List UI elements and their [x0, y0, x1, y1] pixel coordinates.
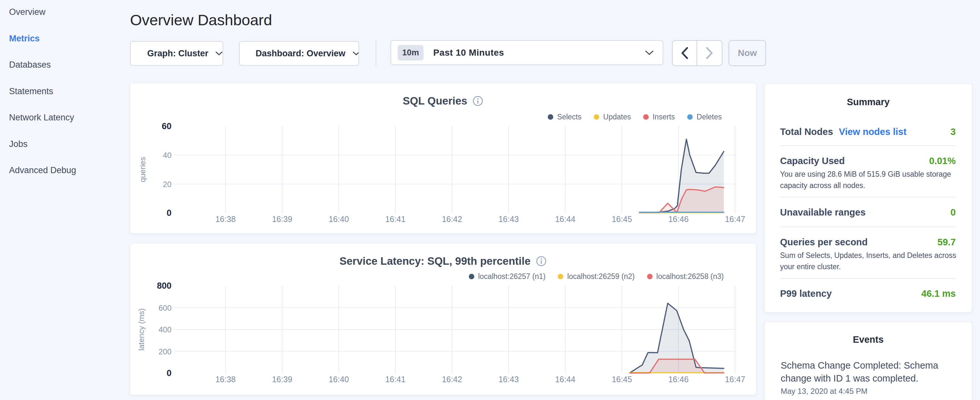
summary-divider	[780, 278, 956, 279]
summary-row-label: Unavailable ranges	[780, 207, 865, 218]
svg-text:16:45: 16:45	[612, 215, 632, 224]
sidebar-item-overview[interactable]: Overview	[9, 0, 76, 25]
sidebar-item-statements[interactable]: Statements	[9, 78, 76, 105]
svg-text:16:38: 16:38	[215, 375, 236, 384]
svg-text:0: 0	[167, 368, 172, 378]
sql-queries-chart: 16:3816:3916:4016:4116:4216:4316:4416:45…	[130, 83, 756, 234]
svg-text:16:44: 16:44	[555, 215, 576, 224]
sidebar: Overview Metrics Databases Statements Ne…	[9, 0, 76, 184]
svg-text:16:43: 16:43	[499, 215, 519, 224]
svg-text:latency (ms): latency (ms)	[137, 308, 146, 351]
svg-text:400: 400	[159, 325, 172, 334]
toolbar-divider	[375, 40, 376, 66]
sidebar-item-metrics[interactable]: Metrics	[9, 25, 76, 52]
svg-text:16:39: 16:39	[272, 215, 293, 224]
summary-row-label: P99 latency	[780, 288, 832, 299]
chevron-down-icon	[353, 51, 358, 56]
summary-row-qps: Queries per second 59.7	[780, 236, 956, 248]
time-step-buttons	[672, 40, 722, 66]
dashboard-dropdown-label: Dashboard: Overview	[256, 49, 345, 59]
svg-text:16:41: 16:41	[385, 375, 406, 384]
svg-text:16:40: 16:40	[329, 375, 349, 384]
summary-row-value: 3	[951, 126, 956, 137]
summary-row-unavailable-ranges: Unavailable ranges 0	[780, 207, 956, 218]
summary-row-label: Queries per second	[780, 237, 868, 247]
svg-text:queries: queries	[138, 157, 147, 183]
now-button[interactable]: Now	[729, 40, 766, 66]
events-title: Events	[765, 334, 972, 345]
summary-row-value: 0.01%	[929, 156, 956, 166]
summary-row-total-nodes: Total Nodes View nodes list 3	[780, 126, 956, 137]
svg-text:200: 200	[159, 347, 172, 356]
svg-text:60: 60	[162, 121, 172, 131]
svg-text:16:46: 16:46	[668, 375, 689, 384]
time-range-dropdown[interactable]: 10m Past 10 Minutes	[390, 40, 663, 65]
chevron-left-icon	[681, 47, 689, 59]
time-window-label: Past 10 Minutes	[433, 48, 504, 58]
dashboard-dropdown[interactable]: Dashboard: Overview	[239, 41, 359, 66]
sidebar-item-advanced-debug[interactable]: Advanced Debug	[9, 157, 76, 184]
time-back-button[interactable]	[673, 41, 697, 65]
summary-row-label: Total Nodes	[780, 126, 833, 137]
svg-text:16:46: 16:46	[668, 215, 689, 224]
svg-text:16:38: 16:38	[215, 215, 236, 224]
svg-text:16:43: 16:43	[499, 375, 519, 384]
sidebar-item-jobs[interactable]: Jobs	[9, 131, 76, 158]
summary-divider	[780, 145, 956, 146]
summary-row-p99: P99 latency 46.1 ms	[780, 288, 956, 300]
summary-divider	[780, 226, 956, 227]
event-message[interactable]: Schema Change Completed: Schema change w…	[781, 359, 957, 385]
svg-text:16:44: 16:44	[555, 375, 576, 384]
svg-text:16:42: 16:42	[442, 215, 462, 224]
svg-text:0: 0	[167, 208, 172, 218]
events-panel: Events Schema Change Completed: Schema c…	[764, 322, 972, 400]
svg-text:16:42: 16:42	[442, 375, 462, 384]
graph-scope-label: Graph: Cluster	[147, 49, 208, 59]
svg-text:16:41: 16:41	[385, 215, 406, 224]
time-window-badge: 10m	[398, 45, 423, 61]
summary-row-value: 0	[951, 207, 956, 218]
svg-text:20: 20	[163, 180, 172, 189]
view-nodes-list-link[interactable]: View nodes list	[839, 126, 907, 137]
svg-text:16:47: 16:47	[725, 215, 745, 224]
svg-text:16:40: 16:40	[329, 215, 349, 224]
chevron-down-icon	[215, 51, 223, 56]
sidebar-item-databases[interactable]: Databases	[9, 52, 76, 78]
summary-row-description: You are using 28.6 MiB of 515.9 GiB usab…	[780, 169, 969, 191]
summary-row-label: Capacity Used	[780, 156, 845, 166]
chevron-right-icon	[706, 47, 713, 59]
svg-text:40: 40	[163, 151, 172, 159]
svg-text:16:45: 16:45	[612, 375, 632, 384]
chevron-down-icon	[645, 50, 654, 55]
summary-row-capacity: Capacity Used 0.01%	[780, 155, 956, 167]
summary-row-value: 59.7	[938, 237, 956, 247]
svg-text:16:39: 16:39	[272, 375, 293, 384]
svg-text:600: 600	[159, 304, 172, 312]
time-forward-button[interactable]	[697, 41, 722, 65]
svg-text:16:47: 16:47	[725, 375, 745, 384]
summary-title: Summary	[765, 97, 972, 107]
sidebar-item-network-latency[interactable]: Network Latency	[9, 105, 76, 131]
event-timestamp: May 13, 2020 at 4:45 PM	[781, 387, 957, 396]
page-title: Overview Dashboard	[130, 11, 272, 29]
summary-panel: Summary Total Nodes View nodes list 3 Ca…	[764, 83, 972, 312]
graph-scope-dropdown[interactable]: Graph: Cluster	[130, 41, 223, 66]
summary-divider	[780, 197, 956, 198]
service-latency-chart: 16:3816:3916:4016:4116:4216:4316:4416:45…	[130, 243, 756, 395]
svg-text:800: 800	[157, 281, 172, 291]
summary-row-description: Sum of Selects, Updates, Inserts, and De…	[780, 250, 969, 273]
summary-row-value: 46.1 ms	[921, 288, 956, 299]
